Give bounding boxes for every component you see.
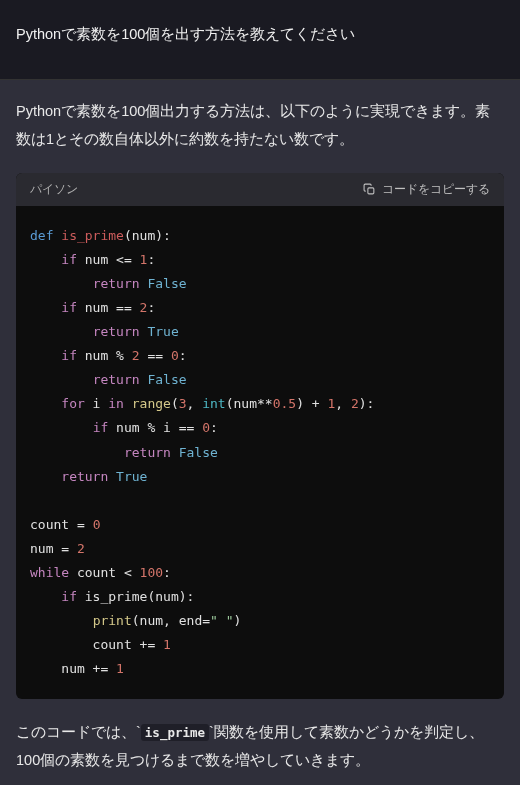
clipboard-icon — [363, 183, 376, 196]
inline-code: is_prime — [141, 724, 209, 741]
code-content[interactable]: def is_prime(num): if num <= 1: return F… — [16, 206, 504, 699]
copy-code-button[interactable]: コードをコピーする — [363, 181, 490, 198]
code-header: パイソン コードをコピーする — [16, 173, 504, 206]
outro-text: このコードでは、`is_prime`関数を使用して素数かどうかを判定し、100個… — [16, 719, 504, 774]
copy-code-label: コードをコピーする — [382, 181, 490, 198]
user-message-text: Pythonで素数を100個を出す方法を教えてください — [16, 25, 504, 44]
assistant-content: Pythonで素数を100個出力する方法は、以下のように実現できます。素数は1と… — [0, 80, 520, 785]
outro-before: このコードでは、` — [16, 724, 141, 740]
intro-text: Pythonで素数を100個出力する方法は、以下のように実現できます。素数は1と… — [16, 98, 504, 153]
code-block: パイソン コードをコピーする def is_prime(num): if num… — [16, 173, 504, 699]
user-message: Pythonで素数を100個を出す方法を教えてください — [0, 0, 520, 80]
code-language-label: パイソン — [30, 181, 78, 198]
svg-rect-0 — [368, 188, 374, 194]
